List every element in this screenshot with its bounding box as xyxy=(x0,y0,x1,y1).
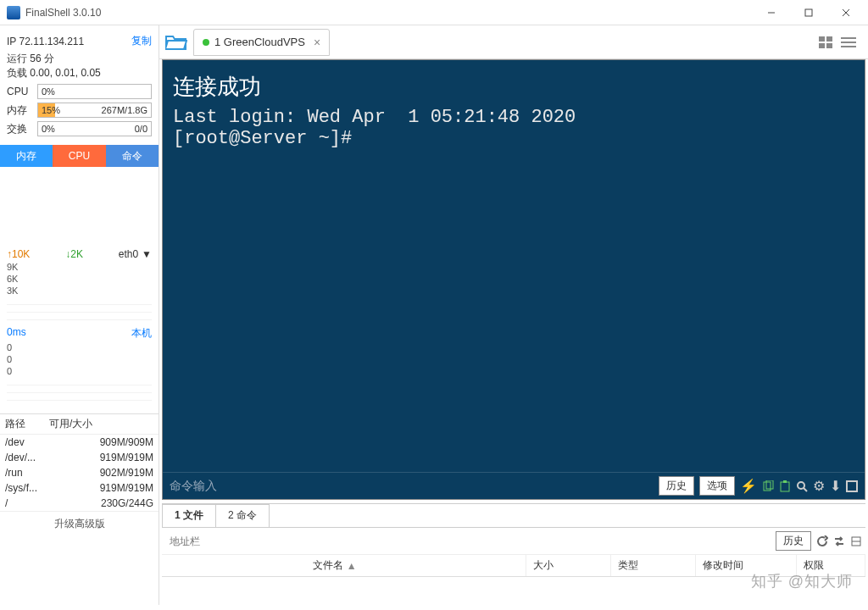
file-history-button[interactable]: 历史 xyxy=(776,531,811,551)
connection-tab-label: 1 GreenCloudVPS xyxy=(214,36,305,48)
copy-icon[interactable] xyxy=(762,480,774,492)
settings-icon[interactable] xyxy=(850,535,862,547)
minimize-button[interactable] xyxy=(753,1,790,25)
net-chart xyxy=(7,297,152,321)
tab-files[interactable]: 1 文件 xyxy=(162,504,216,527)
history-button[interactable]: 历史 xyxy=(659,476,694,496)
gear-icon[interactable]: ⚙ xyxy=(813,478,825,494)
close-tab-icon[interactable]: × xyxy=(314,36,320,49)
disk-row: /dev/...919M/919M xyxy=(0,450,159,465)
shell-prompt: [root@Server ~]# xyxy=(173,128,854,149)
load-label: 负载 0.00, 0.01, 0.05 xyxy=(7,66,152,80)
swap-bar: 0%0/0 xyxy=(37,121,152,136)
copy-ip-button[interactable]: 复制 xyxy=(131,34,152,48)
swap-label: 交换 xyxy=(7,122,34,136)
ping-ms: 0ms xyxy=(7,326,26,341)
app-title: FinalShell 3.0.10 xyxy=(25,7,753,19)
svg-rect-14 xyxy=(783,480,787,483)
disk-table: 路径 可用/大小 /dev909M/909M /dev/...919M/919M… xyxy=(0,413,159,511)
cpu-bar: 0% xyxy=(37,84,152,99)
app-icon xyxy=(7,6,20,19)
open-folder-icon[interactable] xyxy=(164,30,188,54)
memory-label: 内存 xyxy=(7,103,34,118)
ping-host[interactable]: 本机 xyxy=(131,326,152,341)
grid-view-icon[interactable] xyxy=(819,36,834,48)
address-input[interactable] xyxy=(165,532,771,551)
sidebar: IP 72.11.134.211 复制 运行 56 分 负载 0.00, 0.0… xyxy=(0,25,159,605)
main-area: 1 GreenCloudVPS × 连接成功 Last login: Wed A… xyxy=(159,25,868,605)
options-button[interactable]: 选项 xyxy=(699,476,735,496)
paste-icon[interactable] xyxy=(779,480,791,492)
cpu-label: CPU xyxy=(7,86,34,97)
titlebar: FinalShell 3.0.10 xyxy=(0,0,868,25)
close-button[interactable] xyxy=(827,1,865,25)
watermark: 知乎 @知大师 xyxy=(751,571,853,591)
terminal[interactable]: 连接成功 Last login: Wed Apr 1 05:21:48 2020… xyxy=(162,59,865,500)
col-size[interactable]: 大小 xyxy=(526,555,611,576)
disk-row: /sys/f...919M/919M xyxy=(0,480,159,496)
col-filename[interactable]: 文件名 ▲ xyxy=(306,555,526,576)
sidebar-tabs: 内存 CPU 命令 xyxy=(0,145,159,167)
svg-point-15 xyxy=(798,482,804,489)
list-view-icon[interactable] xyxy=(841,36,856,48)
maximize-button[interactable] xyxy=(790,1,827,25)
search-icon[interactable] xyxy=(796,480,808,492)
tab-command[interactable]: 命令 xyxy=(106,145,159,167)
tab-commands[interactable]: 2 命令 xyxy=(215,504,270,527)
svg-rect-17 xyxy=(847,481,857,491)
net-up: ↑10K xyxy=(7,248,30,260)
svg-rect-10 xyxy=(841,46,856,47)
svg-line-16 xyxy=(804,488,807,491)
connected-message: 连接成功 xyxy=(173,72,854,102)
bolt-icon[interactable]: ⚡ xyxy=(740,478,757,494)
svg-rect-9 xyxy=(841,42,856,43)
download-icon[interactable]: ⬇ xyxy=(830,478,841,494)
tab-cpu[interactable]: CPU xyxy=(53,145,105,167)
col-type[interactable]: 类型 xyxy=(611,555,696,576)
last-login-line: Last login: Wed Apr 1 05:21:48 2020 xyxy=(173,107,854,128)
transfer-icon[interactable] xyxy=(833,535,845,547)
disk-row: /230G/244G xyxy=(0,496,159,511)
status-dot-icon xyxy=(203,39,209,46)
svg-rect-4 xyxy=(819,36,825,42)
ip-address: IP 72.11.134.211 xyxy=(7,36,84,47)
terminal-toolbar: 命令输入 历史 选项 ⚡ ⚙ ⬇ xyxy=(163,472,865,499)
iface-select[interactable]: eth0▼ xyxy=(119,248,152,260)
connection-tabs: 1 GreenCloudVPS × xyxy=(159,25,868,59)
svg-rect-7 xyxy=(826,43,832,48)
svg-rect-8 xyxy=(841,37,856,39)
refresh-icon[interactable] xyxy=(816,535,828,547)
command-input[interactable]: 命令输入 xyxy=(170,479,654,494)
disk-row: /run902M/919M xyxy=(0,465,159,480)
memory-bar: 15%267M/1.8G xyxy=(37,103,152,118)
upgrade-button[interactable]: 升级高级版 xyxy=(0,511,159,536)
svg-rect-13 xyxy=(781,482,789,491)
svg-rect-6 xyxy=(819,43,825,48)
disk-row: /dev909M/909M xyxy=(0,435,159,450)
ping-chart xyxy=(7,378,152,402)
tab-memory[interactable]: 内存 xyxy=(0,145,53,167)
uptime-label: 运行 56 分 xyxy=(7,52,152,66)
net-down: ↓2K xyxy=(65,248,83,260)
fullscreen-icon[interactable] xyxy=(846,480,858,492)
svg-rect-1 xyxy=(805,9,812,16)
connection-tab[interactable]: 1 GreenCloudVPS × xyxy=(193,29,330,56)
svg-rect-5 xyxy=(826,36,832,42)
